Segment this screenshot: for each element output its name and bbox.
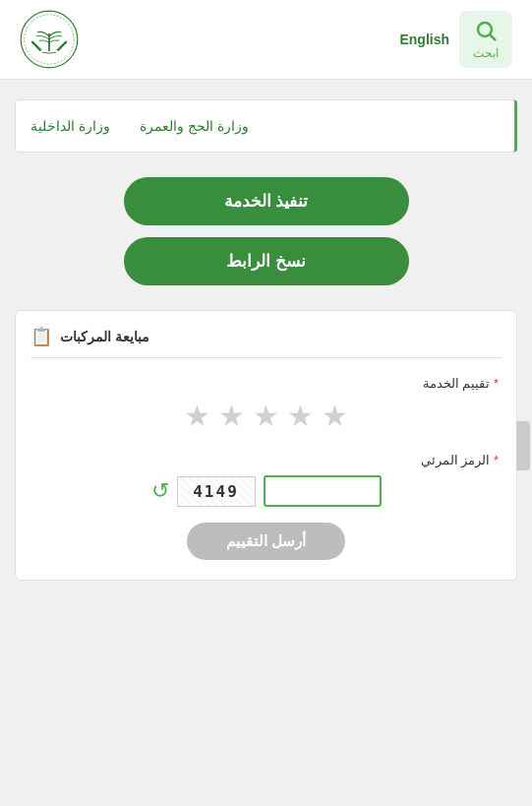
ministry-links-box: وزارة الحج والعمرة وزارة الداخلية: [15, 99, 517, 153]
search-label: ابحث: [473, 46, 499, 60]
rating-card: مبايعة المركبات 📋 * تقييم الخدمة ★ ★ ★ ★…: [15, 310, 517, 581]
card-header: مبايعة المركبات 📋: [30, 326, 502, 358]
copy-link-button[interactable]: نسخ الرابط: [124, 237, 409, 285]
logo: [20, 10, 79, 69]
submit-rating-button[interactable]: أرسل التقييم: [187, 523, 345, 560]
search-button[interactable]: ابحث: [459, 11, 512, 68]
ministry-interior-link[interactable]: وزارة الداخلية: [30, 118, 110, 134]
card-title: مبايعة المركبات: [60, 329, 149, 344]
svg-point-0: [478, 23, 492, 36]
captcha-row: 4149 ↺: [30, 475, 502, 507]
service-rating-label: * تقييم الخدمة: [30, 376, 502, 391]
header-right: ابحث English: [399, 11, 512, 68]
search-icon: [474, 19, 498, 42]
captcha-input[interactable]: [264, 475, 382, 507]
star-2[interactable]: ★: [218, 399, 245, 433]
captcha-image: 4149: [177, 476, 256, 507]
card-list-icon: 📋: [30, 326, 52, 347]
required-star: *: [494, 376, 499, 391]
captcha-required-star: *: [494, 453, 499, 467]
sidebar-toggle[interactable]: [516, 421, 530, 470]
captcha-label: * الرمز المرئي: [30, 453, 502, 467]
star-3[interactable]: ★: [253, 399, 279, 433]
stars-row: ★ ★ ★ ★ ★: [30, 399, 502, 433]
captcha-refresh-button[interactable]: ↺: [151, 478, 169, 504]
language-button[interactable]: English: [399, 31, 449, 47]
star-1[interactable]: ★: [184, 399, 210, 433]
svg-line-1: [491, 35, 497, 41]
ministry-hajj-link[interactable]: وزارة الحج والعمرة: [140, 118, 249, 134]
star-4[interactable]: ★: [287, 399, 314, 433]
header: ابحث English: [0, 0, 532, 80]
main-content: وزارة الحج والعمرة وزارة الداخلية تنفيذ …: [0, 80, 532, 600]
action-buttons: تنفيذ الخدمة نسخ الرابط: [15, 177, 517, 285]
star-5[interactable]: ★: [322, 399, 348, 433]
execute-service-button[interactable]: تنفيذ الخدمة: [124, 177, 409, 225]
